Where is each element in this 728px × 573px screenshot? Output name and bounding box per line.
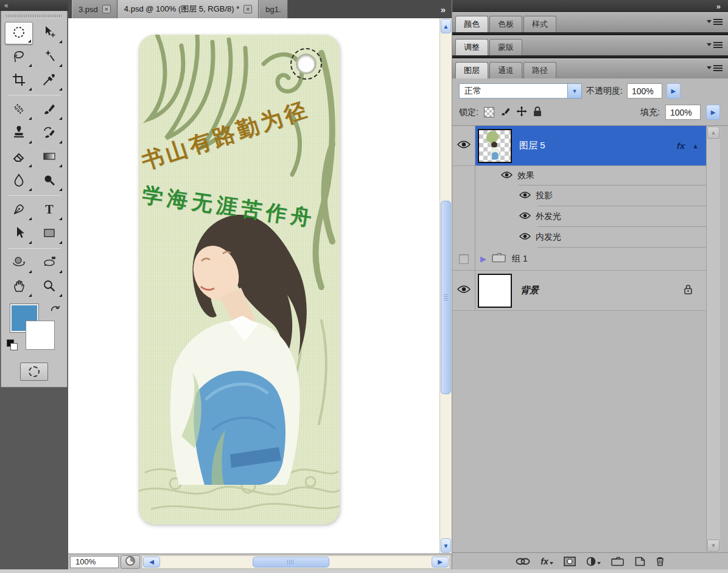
layer-fx-badge[interactable]: fx xyxy=(677,141,685,151)
rectangle-shape-tool[interactable] xyxy=(35,223,63,245)
arrow-right-icon: ▶ xyxy=(438,558,443,565)
opacity-slider-button[interactable]: ▶ xyxy=(667,83,681,99)
vertical-scroll-thumb[interactable] xyxy=(441,201,451,394)
eraser-tool[interactable] xyxy=(5,146,33,168)
background-color-swatch[interactable] xyxy=(26,321,54,349)
panel-menu-icon[interactable] xyxy=(707,64,723,71)
zoom-level-field[interactable]: 100% xyxy=(70,556,119,568)
brush-tool[interactable] xyxy=(35,99,63,121)
lock-transparency-icon[interactable] xyxy=(484,107,494,117)
tab-color[interactable]: 颜色 xyxy=(455,16,488,32)
layer-row-background[interactable]: 背景 xyxy=(452,271,706,311)
tab-adjustments[interactable]: 调整 xyxy=(455,39,488,55)
elliptical-marquee-tool[interactable] xyxy=(5,22,33,44)
opacity-field[interactable]: 100% xyxy=(627,83,662,99)
visibility-cell[interactable] xyxy=(452,126,475,165)
healing-brush-tool[interactable] xyxy=(5,99,33,121)
3d-orbit-tool[interactable] xyxy=(35,252,63,274)
lock-position-icon[interactable] xyxy=(516,106,527,119)
hand-tool[interactable] xyxy=(5,276,33,298)
dodge-tool[interactable] xyxy=(35,170,63,192)
type-tool[interactable]: T xyxy=(35,199,63,221)
close-icon[interactable]: × xyxy=(102,5,111,13)
dock-collapse-bar[interactable]: » xyxy=(452,0,728,12)
layer-thumbnail[interactable] xyxy=(478,274,512,308)
tab-overflow-icon[interactable]: » xyxy=(441,4,446,15)
canvas-vertical-scrollbar[interactable]: ▲ ▼ xyxy=(439,18,452,554)
collapse-effects-icon[interactable]: ▲ xyxy=(692,142,699,150)
scroll-up-button[interactable]: ▲ xyxy=(441,19,451,33)
eye-icon[interactable] xyxy=(519,232,531,243)
new-group-button[interactable] xyxy=(611,557,625,566)
panel-menu-icon[interactable] xyxy=(707,41,723,48)
eye-empty-well[interactable] xyxy=(459,254,469,264)
lock-pixels-icon[interactable] xyxy=(500,106,511,119)
blend-mode-dropdown[interactable]: 正常 ▼ xyxy=(459,83,582,99)
scroll-down-button[interactable]: ▼ xyxy=(441,538,451,553)
panel-tab-label: 蒙版 xyxy=(498,42,514,53)
layer-style-button[interactable]: fx xyxy=(541,557,553,566)
fill-field[interactable]: 100% xyxy=(665,105,701,120)
tab-swatches[interactable]: 色板 xyxy=(489,16,522,32)
scroll-left-button[interactable]: ◀ xyxy=(143,557,160,568)
layer-row-layer5[interactable]: 图层 5 fx ▲ xyxy=(452,126,706,166)
group-expand-icon[interactable]: ▶ xyxy=(480,254,486,263)
panel-menu-icon[interactable] xyxy=(707,18,723,25)
tab-3psd[interactable]: 3.psd × xyxy=(72,0,117,18)
add-layer-mask-button[interactable] xyxy=(564,557,576,566)
eye-icon[interactable] xyxy=(519,211,531,222)
status-info-button[interactable] xyxy=(121,555,140,569)
tools-collapse-bar[interactable]: « xyxy=(0,0,68,11)
3d-rotate-tool[interactable] xyxy=(5,252,33,274)
effects-row[interactable]: 效果 xyxy=(452,166,706,186)
swap-colors-icon[interactable] xyxy=(49,303,61,316)
pen-tool[interactable] xyxy=(5,199,33,221)
style-row-drop-shadow[interactable]: 投影 xyxy=(452,186,706,206)
quick-mask-button[interactable] xyxy=(20,363,48,381)
new-adjustment-layer-button[interactable] xyxy=(586,557,601,566)
tab-layers[interactable]: 图层 xyxy=(455,62,488,78)
tab-masks[interactable]: 蒙版 xyxy=(489,39,522,55)
tab-4psd-active[interactable]: 4.psd @ 100% (图层 5, RGB/8) * × xyxy=(117,0,259,18)
path-selection-icon xyxy=(12,226,26,243)
clone-stamp-tool[interactable] xyxy=(5,122,33,145)
horizontal-scroll-thumb[interactable] xyxy=(253,557,329,568)
visibility-cell[interactable] xyxy=(452,248,475,270)
new-layer-button[interactable] xyxy=(635,557,645,566)
layers-scrollbar[interactable]: ▲ ▼ xyxy=(706,126,720,552)
visibility-cell[interactable] xyxy=(452,271,475,310)
scroll-right-button[interactable]: ▶ xyxy=(432,557,449,568)
gradient-tool[interactable] xyxy=(35,146,63,168)
zoom-tool[interactable] xyxy=(35,276,63,298)
path-selection-tool[interactable] xyxy=(5,223,33,245)
canvas[interactable]: 书山有路勤为径 学海无涯苦作舟 ▲ ▼ xyxy=(68,18,452,554)
tab-channels[interactable]: 通道 xyxy=(489,62,522,78)
eye-icon[interactable] xyxy=(501,170,513,181)
layers-scroll-down-button[interactable]: ▼ xyxy=(707,540,719,552)
canvas-horizontal-scrollbar[interactable]: ◀ ▶ xyxy=(142,555,450,569)
lasso-tool[interactable] xyxy=(5,46,33,68)
fill-slider-button[interactable]: ▶ xyxy=(706,105,720,120)
tab-styles[interactable]: 样式 xyxy=(523,16,556,32)
dropdown-arrow-icon[interactable]: ▼ xyxy=(567,84,581,98)
move-tool[interactable] xyxy=(35,22,63,44)
layer-thumbnail[interactable] xyxy=(478,129,512,163)
layers-scroll-up-button[interactable]: ▲ xyxy=(707,127,719,139)
history-brush-tool[interactable] xyxy=(35,122,63,145)
eye-icon[interactable] xyxy=(519,190,531,201)
style-row-outer-glow[interactable]: 外发光 xyxy=(452,206,706,227)
layer-row-group1[interactable]: ▶ 组 1 xyxy=(452,248,706,271)
eyedropper-tool[interactable] xyxy=(35,69,63,92)
tab-bg1[interactable]: bg1. xyxy=(259,0,287,18)
link-layers-button[interactable] xyxy=(516,558,530,565)
crop-tool[interactable] xyxy=(5,69,33,92)
magic-wand-tool[interactable] xyxy=(35,46,63,68)
toolbox-grip[interactable] xyxy=(6,15,62,18)
style-row-inner-glow[interactable]: 内发光 xyxy=(452,227,706,248)
lock-all-icon[interactable] xyxy=(533,106,542,119)
close-icon[interactable]: × xyxy=(243,5,252,13)
delete-layer-button[interactable] xyxy=(656,556,665,566)
blur-tool[interactable] xyxy=(5,170,33,192)
tab-paths[interactable]: 路径 xyxy=(523,62,556,78)
default-colors-icon[interactable] xyxy=(7,339,19,352)
